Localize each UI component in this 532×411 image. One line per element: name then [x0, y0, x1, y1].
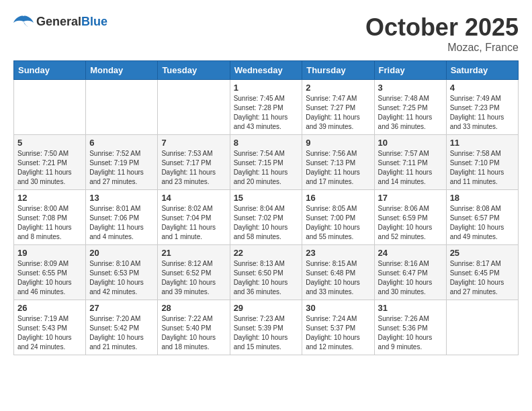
calendar-cell: 23Sunrise: 8:15 AM Sunset: 6:48 PM Dayli…: [302, 245, 374, 300]
day-info: Sunrise: 8:04 AM Sunset: 7:02 PM Dayligh…: [234, 204, 299, 242]
calendar-cell: 17Sunrise: 8:06 AM Sunset: 6:59 PM Dayli…: [374, 190, 446, 245]
day-info: Sunrise: 7:22 AM Sunset: 5:40 PM Dayligh…: [161, 314, 226, 352]
title-section: October 2025 Mozac, France: [365, 13, 519, 54]
day-number: 2: [306, 83, 370, 93]
calendar-cell: 30Sunrise: 7:24 AM Sunset: 5:37 PM Dayli…: [302, 300, 374, 355]
calendar-cell: 27Sunrise: 7:20 AM Sunset: 5:42 PM Dayli…: [86, 300, 158, 355]
weekday-header-sunday: Sunday: [14, 61, 86, 80]
day-info: Sunrise: 8:10 AM Sunset: 6:53 PM Dayligh…: [89, 259, 154, 297]
day-info: Sunrise: 8:15 AM Sunset: 6:48 PM Dayligh…: [306, 259, 370, 297]
day-number: 6: [89, 138, 154, 148]
day-number: 14: [161, 193, 226, 203]
calendar-cell: 15Sunrise: 8:04 AM Sunset: 7:02 PM Dayli…: [230, 190, 302, 245]
day-number: 1: [234, 83, 299, 93]
logo-bird-icon: [13, 13, 34, 30]
day-number: 16: [306, 193, 370, 203]
day-number: 25: [450, 248, 515, 258]
week-row-5: 26Sunrise: 7:19 AM Sunset: 5:43 PM Dayli…: [14, 300, 519, 355]
day-info: Sunrise: 7:20 AM Sunset: 5:42 PM Dayligh…: [89, 314, 154, 352]
day-info: Sunrise: 8:05 AM Sunset: 7:00 PM Dayligh…: [306, 204, 370, 242]
day-number: 13: [89, 193, 154, 203]
calendar-cell: 21Sunrise: 8:12 AM Sunset: 6:52 PM Dayli…: [158, 245, 230, 300]
calendar-cell: 10Sunrise: 7:57 AM Sunset: 7:11 PM Dayli…: [374, 135, 446, 190]
day-number: 17: [378, 193, 443, 203]
day-number: 19: [17, 248, 82, 258]
week-row-3: 12Sunrise: 8:00 AM Sunset: 7:08 PM Dayli…: [14, 190, 519, 245]
calendar-cell: [14, 80, 86, 135]
day-number: 29: [234, 303, 299, 313]
day-number: 27: [89, 303, 154, 313]
weekday-header-saturday: Saturday: [446, 61, 518, 80]
day-number: 4: [450, 83, 515, 93]
day-info: Sunrise: 7:26 AM Sunset: 5:36 PM Dayligh…: [378, 314, 443, 352]
day-number: 11: [450, 138, 515, 148]
day-info: Sunrise: 8:00 AM Sunset: 7:08 PM Dayligh…: [17, 204, 82, 242]
calendar-cell: 20Sunrise: 8:10 AM Sunset: 6:53 PM Dayli…: [86, 245, 158, 300]
weekday-header-thursday: Thursday: [302, 61, 374, 80]
calendar-cell: 29Sunrise: 7:23 AM Sunset: 5:39 PM Dayli…: [230, 300, 302, 355]
day-info: Sunrise: 8:01 AM Sunset: 7:06 PM Dayligh…: [89, 204, 154, 242]
calendar-cell: 24Sunrise: 8:16 AM Sunset: 6:47 PM Dayli…: [374, 245, 446, 300]
calendar-cell: 3Sunrise: 7:48 AM Sunset: 7:25 PM Daylig…: [374, 80, 446, 135]
day-number: 5: [17, 138, 82, 148]
day-number: 8: [234, 138, 299, 148]
day-info: Sunrise: 7:52 AM Sunset: 7:19 PM Dayligh…: [89, 149, 154, 187]
calendar-cell: 9Sunrise: 7:56 AM Sunset: 7:13 PM Daylig…: [302, 135, 374, 190]
day-number: 15: [234, 193, 299, 203]
calendar-cell: 5Sunrise: 7:50 AM Sunset: 7:21 PM Daylig…: [14, 135, 86, 190]
calendar-table: SundayMondayTuesdayWednesdayThursdayFrid…: [13, 60, 519, 355]
day-number: 9: [306, 138, 370, 148]
day-number: 24: [378, 248, 443, 258]
day-number: 21: [161, 248, 226, 258]
calendar-cell: 16Sunrise: 8:05 AM Sunset: 7:00 PM Dayli…: [302, 190, 374, 245]
weekday-header-monday: Monday: [86, 61, 158, 80]
day-info: Sunrise: 7:53 AM Sunset: 7:17 PM Dayligh…: [161, 149, 226, 187]
day-info: Sunrise: 7:49 AM Sunset: 7:23 PM Dayligh…: [450, 94, 515, 132]
calendar-cell: 26Sunrise: 7:19 AM Sunset: 5:43 PM Dayli…: [14, 300, 86, 355]
day-info: Sunrise: 8:17 AM Sunset: 6:45 PM Dayligh…: [450, 259, 515, 297]
day-info: Sunrise: 8:06 AM Sunset: 6:59 PM Dayligh…: [378, 204, 443, 242]
calendar-cell: 8Sunrise: 7:54 AM Sunset: 7:15 PM Daylig…: [230, 135, 302, 190]
calendar-cell: 12Sunrise: 8:00 AM Sunset: 7:08 PM Dayli…: [14, 190, 86, 245]
logo-blue: Blue: [81, 15, 107, 28]
weekday-header-friday: Friday: [374, 61, 446, 80]
calendar-cell: 14Sunrise: 8:02 AM Sunset: 7:04 PM Dayli…: [158, 190, 230, 245]
weekday-header-row: SundayMondayTuesdayWednesdayThursdayFrid…: [14, 61, 519, 80]
calendar-cell: [446, 300, 518, 355]
calendar-cell: [158, 80, 230, 135]
calendar-cell: 11Sunrise: 7:58 AM Sunset: 7:10 PM Dayli…: [446, 135, 518, 190]
week-row-1: 1Sunrise: 7:45 AM Sunset: 7:28 PM Daylig…: [14, 80, 519, 135]
calendar-cell: 6Sunrise: 7:52 AM Sunset: 7:19 PM Daylig…: [86, 135, 158, 190]
logo: GeneralBlue: [13, 13, 107, 30]
day-number: 23: [306, 248, 370, 258]
calendar-cell: 28Sunrise: 7:22 AM Sunset: 5:40 PM Dayli…: [158, 300, 230, 355]
day-number: 28: [161, 303, 226, 313]
week-row-4: 19Sunrise: 8:09 AM Sunset: 6:55 PM Dayli…: [14, 245, 519, 300]
day-info: Sunrise: 8:09 AM Sunset: 6:55 PM Dayligh…: [17, 259, 82, 297]
calendar-cell: 4Sunrise: 7:49 AM Sunset: 7:23 PM Daylig…: [446, 80, 518, 135]
weekday-header-tuesday: Tuesday: [158, 61, 230, 80]
calendar-cell: [86, 80, 158, 135]
day-number: 7: [161, 138, 226, 148]
day-number: 10: [378, 138, 443, 148]
day-info: Sunrise: 7:47 AM Sunset: 7:27 PM Dayligh…: [306, 94, 370, 132]
calendar-cell: 31Sunrise: 7:26 AM Sunset: 5:36 PM Dayli…: [374, 300, 446, 355]
logo-general: General: [36, 15, 81, 28]
day-info: Sunrise: 8:02 AM Sunset: 7:04 PM Dayligh…: [161, 204, 226, 242]
day-info: Sunrise: 7:23 AM Sunset: 5:39 PM Dayligh…: [234, 314, 299, 352]
day-info: Sunrise: 7:50 AM Sunset: 7:21 PM Dayligh…: [17, 149, 82, 187]
header: GeneralBlue October 2025 Mozac, France: [13, 13, 519, 54]
calendar-cell: 19Sunrise: 8:09 AM Sunset: 6:55 PM Dayli…: [14, 245, 86, 300]
day-number: 20: [89, 248, 154, 258]
calendar-cell: 2Sunrise: 7:47 AM Sunset: 7:27 PM Daylig…: [302, 80, 374, 135]
week-row-2: 5Sunrise: 7:50 AM Sunset: 7:21 PM Daylig…: [14, 135, 519, 190]
day-info: Sunrise: 7:19 AM Sunset: 5:43 PM Dayligh…: [17, 314, 82, 352]
calendar-cell: 25Sunrise: 8:17 AM Sunset: 6:45 PM Dayli…: [446, 245, 518, 300]
day-number: 26: [17, 303, 82, 313]
day-number: 18: [450, 193, 515, 203]
day-info: Sunrise: 8:12 AM Sunset: 6:52 PM Dayligh…: [161, 259, 226, 297]
day-info: Sunrise: 8:08 AM Sunset: 6:57 PM Dayligh…: [450, 204, 515, 242]
month-title: October 2025: [365, 13, 519, 42]
day-number: 31: [378, 303, 443, 313]
day-info: Sunrise: 8:13 AM Sunset: 6:50 PM Dayligh…: [234, 259, 299, 297]
